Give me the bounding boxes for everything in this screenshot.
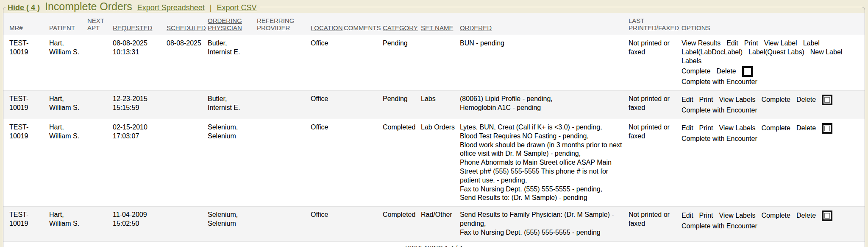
last-printed-status: Not printed or faxed [629,211,670,227]
edit-link[interactable]: Edit [726,39,738,48]
sort-link[interactable]: ORDERING PHYSICIAN [208,17,242,31]
options-line: EditPrintView LabelsCompleteDelete [682,95,862,105]
physician-name: Butler, Internist E. [208,39,240,56]
last-printed-status: Not printed or faxed [629,39,670,56]
ordered-item: Blood Test Requires NO Fasting - pending… [460,132,624,141]
ordered-item: Phone Abnormals to Main Street office AS… [460,158,624,185]
complete-link[interactable]: Complete [761,95,790,104]
edit-link[interactable]: Edit [682,95,693,104]
sort-link[interactable]: REQUESTED [113,24,152,31]
delete-link[interactable]: Delete [796,95,816,104]
order-checkbox[interactable] [742,66,753,77]
complete-with-encounter-link[interactable]: Complete with Encounter [682,135,757,143]
complete-link[interactable]: Complete [682,67,710,76]
cell-scheduled [165,119,206,206]
col-label: LAST PRINTED/FAXED [629,17,679,31]
complete-with-encounter-link[interactable]: Complete with Encounter [682,78,757,87]
sort-link[interactable]: SCHEDULED [167,24,206,31]
cell-last-printed: Not printed or faxed [627,207,680,241]
set-name-value: Rad/Other [421,211,452,218]
print-link[interactable]: Print [744,39,758,48]
order-checkbox[interactable] [822,123,832,134]
print-link[interactable]: Print [699,95,713,104]
patient-name: Hart, William S. [49,211,79,227]
col-header-next-apt: NEXT APT [86,13,111,35]
ordered-item: Fax to Nursing Dept. (555) 555-5555 - pe… [460,185,624,194]
cell-options: EditPrintView LabelsCompleteDelete Compl… [680,91,865,119]
mr-number: TEST-10019 [9,124,28,140]
view-labels-link[interactable]: View Labels [719,211,755,220]
view-label-link[interactable]: View Label [764,39,797,48]
edit-link[interactable]: Edit [682,124,693,133]
hide-toggle-link[interactable]: Hide ( 4 ) [8,3,40,12]
complete-with-encounter-link[interactable]: Complete with Encounter [682,222,757,231]
mr-number: TEST-10019 [9,95,28,111]
export-csv-link[interactable]: Export CSV [217,3,256,12]
cell-comments [342,119,381,206]
labels-link[interactable]: Labels [682,57,701,66]
new-label-link[interactable]: New Label [810,48,843,57]
view-labels-link[interactable]: View Labels [719,95,755,104]
cell-mr: TEST-10019 [3,119,47,206]
sort-link[interactable]: LOCATION [311,24,343,31]
cell-options: EditPrintView LabelsCompleteDelete Compl… [680,207,865,241]
col-header-comments: COMMENTS [342,13,381,35]
category-value: Pending [383,39,408,47]
checkbox-box [745,69,750,74]
cell-ordering-physician: Selenium, Selenium [206,207,255,241]
cell-next-apt [86,35,111,91]
legend-separator: | [210,3,212,12]
order-checkbox[interactable] [822,95,832,105]
delete-link[interactable]: Delete [716,67,736,76]
label-link[interactable]: Label [803,39,820,48]
sort-link[interactable]: ORDERED [460,24,492,31]
view-labels-link[interactable]: View Labels [719,124,755,133]
scheduled-date: 08-08-2025 [167,39,201,47]
requested-datetime: 08-08-2025 10:13:31 [113,39,147,56]
print-link[interactable]: Print [699,124,713,133]
patient-name: Hart, William S. [49,39,79,56]
complete-with-encounter-link[interactable]: Complete with Encounter [682,106,757,115]
cell-last-printed: Not printed or faxed [627,91,680,119]
delete-link[interactable]: Delete [796,124,816,133]
cell-scheduled [165,207,206,241]
sort-link[interactable]: SET NAME [421,24,453,31]
delete-link[interactable]: Delete [796,211,816,220]
location-value: Office [311,124,328,131]
export-spreadsheet-link[interactable]: Export Spreadsheet [137,3,205,12]
label-quest-labs-link[interactable]: Label(Quest Labs) [748,48,804,57]
edit-link[interactable]: Edit [682,211,693,220]
cell-ordering-physician: Butler, Internist E. [206,35,255,91]
col-label: PATIENT [49,24,75,31]
category-value: Completed [383,211,415,218]
col-header-referring-provider: REFERRING PROVIDER [255,13,309,35]
cell-scheduled [165,91,206,119]
print-link[interactable]: Print [699,211,713,220]
options-line: EditPrintView LabelsCompleteDelete [682,123,862,134]
physician-name: Selenium, Selenium [208,124,238,140]
cell-requested: 08-08-2025 10:13:31 [111,35,165,91]
cell-patient: Hart, William S. [47,119,86,206]
set-name-value: Labs [421,95,436,102]
cell-ordered: (80061) Lipid Profile - pending, Hemoglo… [458,91,627,119]
cell-ordered: Lytes, BUN, Creat (Call if K+ is <3.0) -… [458,119,627,206]
cell-ordered: BUN - pending [458,35,627,91]
options-line: Complete with Encounter [682,222,862,231]
ordered-item: Lytes, BUN, Creat (Call if K+ is <3.0) -… [460,123,624,132]
order-row: TEST-10019 Hart, William S. 02-15-2010 1… [3,119,865,206]
complete-link[interactable]: Complete [761,124,790,133]
label-labdoclabel-link[interactable]: Label(LabDocLabel) [682,48,743,57]
col-header-ordering-physician: ORDERING PHYSICIAN [206,13,255,35]
order-checkbox[interactable] [822,211,832,221]
sort-link[interactable]: CATEGORY [383,24,418,31]
col-header-options: OPTIONS [680,13,865,35]
cell-last-printed: Not printed or faxed [627,119,680,206]
cell-mr: TEST-10019 [3,35,47,91]
cell-location: Office [309,91,342,119]
cell-mr: TEST-10019 [3,91,47,119]
complete-link[interactable]: Complete [761,211,790,220]
cell-mr: TEST-10019 [3,207,47,241]
view-results-link[interactable]: View Results [682,39,721,48]
cell-ordering-physician: Selenium, Selenium [206,119,255,206]
requested-datetime: 11-04-2009 15:02:50 [113,211,147,227]
